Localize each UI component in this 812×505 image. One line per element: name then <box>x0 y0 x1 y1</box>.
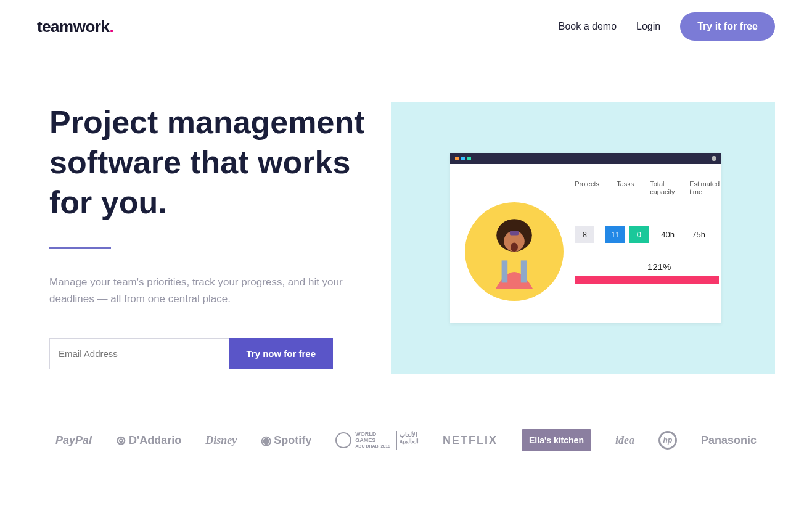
badge-icon <box>335 432 351 448</box>
stats-row: 8 11 0 40h 75h <box>575 226 719 243</box>
brand-hp: hp <box>658 431 677 450</box>
brand-label: Disney <box>205 434 237 447</box>
app-body: Projects Tasks Total capacity Estimated … <box>450 164 721 323</box>
window-dot-icon <box>712 156 716 161</box>
col-header-capacity: Total capacity <box>650 180 677 196</box>
brand-label: WORLD <box>355 431 376 437</box>
accent-bar <box>49 247 111 249</box>
brand-ellas-kitchen: Ella's kitchen <box>522 429 591 451</box>
window-dot-icon <box>467 157 471 160</box>
hero-subtitle: Manage your team's priorities, track you… <box>49 274 345 307</box>
col-header-projects: Projects <box>575 180 604 196</box>
try-now-button[interactable]: Try now for free <box>229 338 333 369</box>
hp-circle-icon: hp <box>658 431 677 450</box>
brand-netflix: NETFLIX <box>443 434 498 447</box>
col-header-tasks: Tasks <box>617 180 638 196</box>
nav-login[interactable]: Login <box>636 21 660 32</box>
svg-rect-5 <box>502 260 508 282</box>
brand-label: Ella's kitchen <box>529 435 584 445</box>
brand-label: Spotify <box>274 434 311 447</box>
svg-rect-6 <box>521 260 527 282</box>
brand-panasonic: Panasonic <box>701 434 757 447</box>
brand-worldgames: WORLD GAMES ABU DHABI 2019 الألعابالعالم… <box>335 431 419 450</box>
try-free-button[interactable]: Try it for free <box>680 12 775 41</box>
window-dot-icon <box>455 157 459 160</box>
stat-projects: 8 <box>575 226 594 243</box>
percent-label: 121% <box>599 261 719 272</box>
logo-text: teamwork <box>37 17 109 36</box>
stats-panel: Projects Tasks Total capacity Estimated … <box>575 180 719 301</box>
brand-label: Panasonic <box>701 434 757 447</box>
window-dot-icon <box>461 157 465 160</box>
site-header: teamwork. Book a demo Login Try it for f… <box>0 0 812 53</box>
brand-label: hp <box>663 436 673 445</box>
svg-rect-3 <box>510 231 519 235</box>
stat-tasks-a: 11 <box>605 226 625 243</box>
brand-daddario: ⊚D'Addario <box>116 433 181 448</box>
stats-header-row: Projects Tasks Total capacity Estimated … <box>575 180 719 196</box>
brand-label: D'Addario <box>129 434 181 447</box>
logo[interactable]: teamwork. <box>37 17 113 36</box>
brand-label: NETFLIX <box>443 434 498 447</box>
hero-section: Project management software that works f… <box>0 53 812 398</box>
brand-label: GAMES <box>355 437 375 443</box>
col-header-estimated: Estimated time <box>689 180 719 196</box>
stat-capacity: 40h <box>661 230 688 239</box>
brand-label: ABU DHABI 2019 <box>355 444 390 449</box>
user-avatar <box>465 202 564 301</box>
person-icon <box>477 215 551 289</box>
hero-title: Project management software that works f… <box>49 102 366 223</box>
hero-illustration: Projects Tasks Total capacity Estimated … <box>391 102 776 374</box>
brand-idea: idea <box>615 434 634 447</box>
app-window: Projects Tasks Total capacity Estimated … <box>450 153 721 323</box>
brand-disney: Disney <box>205 434 237 447</box>
email-input[interactable] <box>49 338 229 369</box>
stat-tasks-b: 0 <box>629 226 649 243</box>
brand-logos: PayPal ⊚D'Addario Disney ◉Spotify WORLD … <box>0 398 812 470</box>
stat-estimated: 75h <box>692 230 719 239</box>
brand-label: idea <box>615 434 634 447</box>
brand-paypal: PayPal <box>55 434 92 447</box>
progress-bar <box>575 276 719 284</box>
signup-form: Try now for free <box>49 338 333 369</box>
logo-dot: . <box>109 17 113 36</box>
nav-book-demo[interactable]: Book a demo <box>559 21 617 32</box>
window-controls <box>455 157 471 160</box>
svg-point-4 <box>511 243 518 252</box>
brand-spotify: ◉Spotify <box>261 433 311 448</box>
window-titlebar <box>450 153 721 164</box>
brand-label: PayPal <box>55 434 92 447</box>
top-nav: Book a demo Login Try it for free <box>559 12 775 41</box>
hero-left: Project management software that works f… <box>49 102 366 369</box>
